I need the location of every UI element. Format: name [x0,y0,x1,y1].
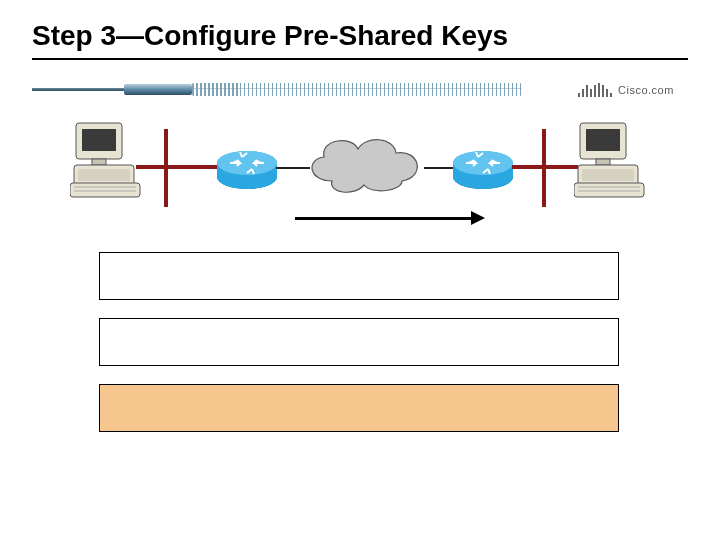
svg-rect-14 [596,159,610,165]
brand-text: Cisco.com [618,84,674,96]
workstation-a-icon [70,121,142,201]
wan-cloud-icon [302,131,428,197]
network-diagram [80,115,640,235]
command-box-2 [99,318,619,366]
divider-segment-solid [32,88,124,91]
page-title: Step 3—Configure Pre-Shared Keys [32,20,508,52]
command-box-3 [99,384,619,432]
router-a-icon [216,145,278,193]
arrow-head-icon [471,211,485,225]
svg-rect-1 [82,129,116,151]
workstation-b-icon [574,121,646,201]
svg-rect-17 [574,183,644,197]
svg-rect-4 [78,169,130,181]
command-box-1 [99,252,619,300]
title-underline [32,58,688,60]
flow-arrow-icon [295,211,485,225]
router-b-icon [452,145,514,193]
link-pc-a [136,165,164,169]
svg-point-9 [217,151,277,175]
arrow-line [295,217,471,220]
svg-rect-13 [586,129,620,151]
cisco-logo: Cisco.com [578,78,688,102]
svg-rect-5 [70,183,140,197]
link-router-lan-b [512,165,542,169]
svg-rect-2 [92,159,106,165]
divider-segment-pill [124,84,192,95]
svg-point-11 [453,151,513,175]
slide: Step 3—Configure Pre-Shared Keys Cisco.c… [0,0,720,540]
divider-segment-ticks [192,83,522,96]
cisco-bridge-icon [578,83,612,97]
svg-rect-16 [582,169,634,181]
